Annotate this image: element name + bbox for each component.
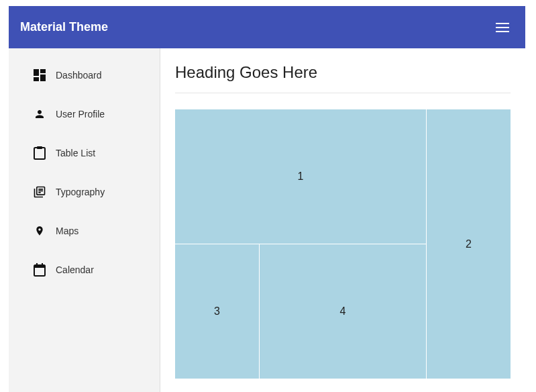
sidebar-item-label: Calendar <box>56 264 94 275</box>
svg-rect-8 <box>37 146 42 149</box>
svg-rect-1 <box>496 27 509 28</box>
svg-rect-11 <box>36 263 38 266</box>
sidebar-item-table-list[interactable]: Table List <box>9 134 160 173</box>
svg-rect-12 <box>42 263 43 266</box>
grid-cell-4: 4 <box>260 244 426 379</box>
sidebar-item-user-profile[interactable]: User Profile <box>9 95 160 134</box>
app-title: Material Theme <box>20 20 108 34</box>
svg-rect-4 <box>40 69 46 73</box>
sidebar-item-calendar[interactable]: Calendar <box>9 250 160 289</box>
sidebar-item-label: Table List <box>56 148 95 158</box>
header-bar: Material Theme <box>9 6 525 48</box>
grid-cell-1: 1 <box>175 109 426 244</box>
sidebar-item-label: Typography <box>56 187 105 197</box>
hamburger-menu-icon[interactable] <box>496 23 509 32</box>
grid-cell-3: 3 <box>175 244 259 379</box>
location-icon <box>32 224 47 238</box>
svg-rect-7 <box>34 148 45 159</box>
svg-rect-5 <box>34 77 39 81</box>
sidebar-item-typography[interactable]: Typography <box>9 173 160 211</box>
sidebar-item-maps[interactable]: Maps <box>9 211 160 250</box>
sidebar-item-dashboard[interactable]: Dashboard <box>9 56 160 95</box>
sidebar-item-label: Dashboard <box>56 70 102 81</box>
person-icon <box>32 107 47 121</box>
library-icon <box>32 185 47 199</box>
svg-rect-10 <box>34 265 45 268</box>
svg-rect-2 <box>496 31 509 32</box>
grid-cell-2: 2 <box>427 109 511 379</box>
clipboard-icon <box>32 146 47 160</box>
sidebar: Dashboard User Profile <box>9 48 160 392</box>
page-heading: Heading Goes Here <box>175 63 511 93</box>
calendar-icon <box>32 262 47 277</box>
svg-rect-0 <box>496 23 509 24</box>
svg-rect-3 <box>34 69 39 76</box>
sidebar-item-label: User Profile <box>56 109 105 119</box>
svg-rect-6 <box>40 75 46 81</box>
content-grid: 1 2 3 4 <box>175 109 511 379</box>
dashboard-icon <box>32 68 47 83</box>
sidebar-item-label: Maps <box>56 226 78 236</box>
main-content: Heading Goes Here 1 2 3 4 <box>160 48 525 392</box>
